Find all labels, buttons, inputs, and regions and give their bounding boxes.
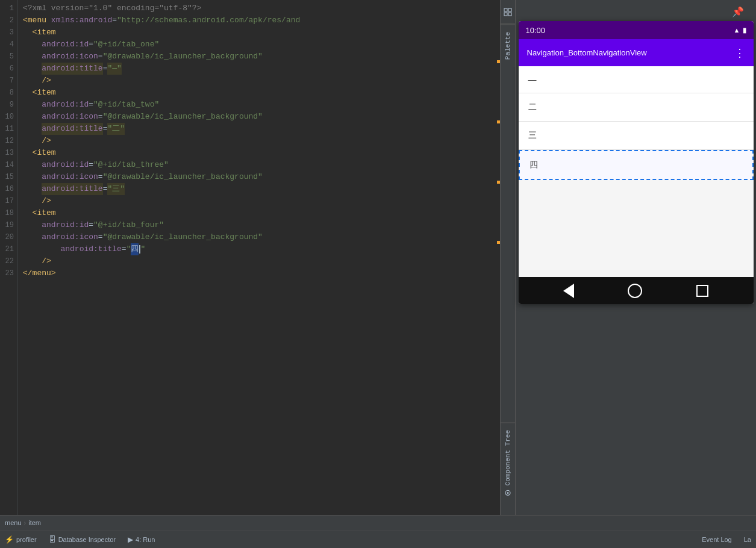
code-line-1[interactable]: <?xml version="1.0" encoding="utf-8"?> <box>23 2 495 14</box>
profiler-button[interactable]: ⚡ profiler <box>5 535 37 544</box>
run-icon: ▶ <box>128 535 133 544</box>
line-numbers: 1234567891011121314151617181920212223 <box>0 0 18 515</box>
pin-icon: 📌 <box>732 6 744 18</box>
database-icon: 🗄 <box>49 535 56 544</box>
phone-title: Navigation_BottomNavigationView <box>527 48 647 57</box>
code-line-5[interactable]: android:icon="@drawable/ic_launcher_back… <box>23 51 495 63</box>
palette-tab[interactable]: Palette <box>501 24 515 67</box>
phone-content: —二三四 <box>519 66 754 277</box>
code-line-2[interactable]: <menu xmlns:android="http://schemas.andr… <box>23 14 495 26</box>
svg-rect-0 <box>504 8 507 11</box>
code-line-11[interactable]: android:title="二" <box>23 123 495 135</box>
code-line-19[interactable]: android:id="@+id/tab_four" <box>23 219 495 231</box>
code-content[interactable]: <?xml version="1.0" encoding="utf-8"?><m… <box>18 0 500 515</box>
code-line-7[interactable]: /> <box>23 75 495 87</box>
phone-list-item[interactable]: 三 <box>519 122 754 150</box>
battery-icon: ▮ <box>743 26 746 34</box>
palette-icon-btn[interactable] <box>501 0 515 24</box>
database-inspector-button[interactable]: 🗄 Database Inspector <box>49 535 116 544</box>
recents-button[interactable] <box>696 285 708 297</box>
code-line-8[interactable]: <item <box>23 87 495 99</box>
phone-status-icons: ▲ ▮ <box>734 26 746 34</box>
profiler-icon: ⚡ <box>5 535 14 544</box>
side-tabs-container: Palette Component Tree <box>500 0 515 515</box>
breadcrumb: menu › item <box>5 519 751 526</box>
wifi-icon: ▲ <box>734 26 740 34</box>
code-line-16[interactable]: android:title="三" <box>23 183 495 195</box>
bottom-toolbar: ⚡ profiler 🗄 Database Inspector ▶ 4: Run… <box>0 530 756 548</box>
phone-list-item[interactable]: — <box>519 66 754 93</box>
breadcrumb-item[interactable]: item <box>28 519 41 526</box>
code-line-9[interactable]: android:id="@+id/tab_two" <box>23 99 495 111</box>
more-vert-icon[interactable]: ⋮ <box>734 46 745 60</box>
code-line-18[interactable]: <item <box>23 207 495 219</box>
phone-list-item[interactable]: 二 <box>519 93 754 122</box>
code-line-14[interactable]: android:id="@+id/tab_three" <box>23 159 495 171</box>
code-line-21[interactable]: android:title="四" <box>23 243 495 255</box>
squiggle-marker <box>497 181 500 184</box>
svg-rect-1 <box>508 8 511 11</box>
svg-rect-2 <box>504 13 507 16</box>
status-bar: menu › item <box>0 515 756 530</box>
code-line-22[interactable]: /> <box>23 255 495 267</box>
run-button[interactable]: ▶ 4: Run <box>128 535 155 544</box>
back-button[interactable] <box>563 284 574 298</box>
code-line-12[interactable]: /> <box>23 135 495 147</box>
code-line-13[interactable]: <item <box>23 147 495 159</box>
breadcrumb-separator: › <box>24 519 27 526</box>
squiggle-marker <box>497 120 500 123</box>
component-tree-tab[interactable]: Component Tree <box>501 422 515 503</box>
event-log-button[interactable]: Event Log <box>702 536 732 543</box>
phone-list-item[interactable]: 四 <box>519 150 754 180</box>
code-line-17[interactable]: /> <box>23 195 495 207</box>
code-line-6[interactable]: android:title="—" <box>23 63 495 75</box>
main-area: 1234567891011121314151617181920212223 <?… <box>0 0 756 515</box>
squiggle-marker <box>497 241 500 244</box>
code-line-4[interactable]: android:id="@+id/tab_one" <box>23 39 495 51</box>
phone-frame: 10:00 ▲ ▮ Navigation_BottomNavigationVie… <box>519 21 754 304</box>
code-line-3[interactable]: <item <box>23 26 495 39</box>
phone-title-bar: Navigation_BottomNavigationView ⋮ <box>519 39 754 66</box>
svg-point-5 <box>507 492 509 494</box>
squiggle-marker <box>497 60 500 63</box>
layout-button[interactable]: La <box>744 536 751 543</box>
home-button[interactable] <box>628 284 642 298</box>
code-line-23[interactable]: </menu> <box>23 267 495 279</box>
phone-time: 10:00 <box>526 26 546 35</box>
phone-preview: 📌 10:00 ▲ ▮ Navigation_BottomNavigationV… <box>515 0 756 515</box>
breadcrumb-menu[interactable]: menu <box>5 519 22 526</box>
phone-status-bar: 10:00 ▲ ▮ <box>519 21 754 39</box>
svg-rect-3 <box>508 13 511 16</box>
phone-nav-bar <box>519 277 754 304</box>
code-line-10[interactable]: android:icon="@drawable/ic_launcher_back… <box>23 111 495 123</box>
code-line-20[interactable]: android:icon="@drawable/ic_launcher_back… <box>23 231 495 243</box>
editor-area: 1234567891011121314151617181920212223 <?… <box>0 0 500 515</box>
code-line-15[interactable]: android:icon="@drawable/ic_launcher_back… <box>23 171 495 183</box>
